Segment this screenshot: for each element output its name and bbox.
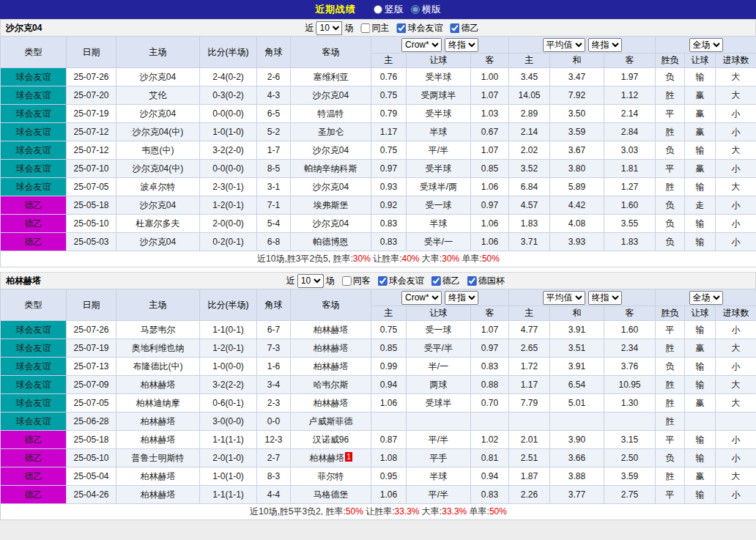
corner-count: 3-1 xyxy=(257,178,291,196)
corner-count: 3-4 xyxy=(257,376,291,394)
match-score: 0-0(0-0) xyxy=(200,105,257,123)
filter-checkbox[interactable]: 德乙 xyxy=(431,275,460,287)
red-card-badge: 1 xyxy=(345,452,352,462)
avg-draw-odds: 4.08 xyxy=(550,215,604,233)
average-select[interactable]: 平均值 xyxy=(543,38,585,52)
summary-segment: 近10场,胜5平3负2, 胜率: xyxy=(250,506,346,517)
odds-period-select[interactable]: 终指 xyxy=(445,38,478,52)
match-score: 3-0(0-0) xyxy=(200,413,257,431)
league-badge: 德乙 xyxy=(1,431,67,449)
match-result: 胜 xyxy=(656,339,685,358)
match-result: 胜 xyxy=(656,467,685,486)
league-badge: 球会友谊 xyxy=(1,141,67,160)
handicap-line: 受一球 xyxy=(407,196,471,215)
handicap-line: 受半球 xyxy=(407,105,471,123)
bookmaker-select[interactable]: Crow* xyxy=(401,291,442,305)
checkbox-input[interactable] xyxy=(342,276,352,286)
match-count-select[interactable]: 10 xyxy=(297,274,324,288)
corner-count: 6-5 xyxy=(257,105,291,123)
away-team: 圣加仑 xyxy=(291,123,371,141)
avg-away-odds: 1.60 xyxy=(604,196,656,215)
avg-draw-odds: 3.90 xyxy=(550,431,604,449)
handicap-line: 受两球半 xyxy=(407,86,471,105)
filter-checkbox[interactable]: 球会友谊 xyxy=(396,22,442,34)
handicap-result xyxy=(685,413,716,431)
avg-away-odds: 2.84 xyxy=(604,123,656,141)
match-row: 球会友谊25-07-26沙尔克042-4(0-2)2-6塞维利亚0.76受半球1… xyxy=(1,68,756,86)
checkbox-input[interactable] xyxy=(450,23,459,33)
league-badge: 德乙 xyxy=(1,449,67,467)
away-team: 埃弗斯堡 xyxy=(291,196,371,215)
away-team: 马格德堡 xyxy=(291,486,371,504)
home-team: 波卓尔特 xyxy=(116,178,200,196)
handicap-result: 赢 xyxy=(685,105,716,123)
filter-checkbox[interactable]: 同客 xyxy=(342,275,371,287)
league-badge: 德乙 xyxy=(1,233,67,251)
average-period-select[interactable]: 终指 xyxy=(588,38,622,52)
page-title: 近期战绩 xyxy=(315,3,356,16)
checkbox-input[interactable] xyxy=(378,276,388,286)
scope-select[interactable]: 全场 xyxy=(689,38,723,52)
match-row: 德乙25-05-03沙尔克040-2(0-1)6-8帕德博恩0.83受半/一1.… xyxy=(1,233,756,251)
match-date: 25-07-19 xyxy=(67,339,116,358)
summary-segment: 大率: xyxy=(420,506,442,517)
match-score: 1-0(1-0) xyxy=(200,123,257,141)
checkbox-input[interactable] xyxy=(360,23,370,33)
corner-count: 0-0 xyxy=(257,413,291,431)
league-badge: 球会友谊 xyxy=(1,123,67,141)
league-badge: 球会友谊 xyxy=(1,394,67,413)
match-row: 球会友谊25-07-20艾伦0-3(0-2)4-3沙尔克040.75受两球半1.… xyxy=(1,86,756,105)
layout-option-vertical[interactable]: 竖版 xyxy=(374,3,404,16)
column-header: 角球 xyxy=(257,37,291,68)
avg-draw-odds: 3.51 xyxy=(550,339,604,358)
match-result: 平 xyxy=(656,105,685,123)
handicap-line: 半球 xyxy=(407,123,471,141)
filter-checkbox[interactable]: 德国杯 xyxy=(467,275,505,287)
goals-result: 小 xyxy=(716,358,756,376)
match-result: 平 xyxy=(656,431,685,449)
handicap-result: 赢 xyxy=(685,394,716,413)
bookmaker-select[interactable]: Crow* xyxy=(401,38,442,52)
avg-home-odds: 6.84 xyxy=(509,178,550,196)
away-team: 柏林赫塔 xyxy=(291,394,371,413)
handicap-line: 平/半 xyxy=(407,431,471,449)
checkbox-input[interactable] xyxy=(396,23,406,33)
stats-summary: 近10场,胜5平3负2, 胜率:50% 让胜率:33.3% 大率:33.3% 单… xyxy=(1,504,756,520)
filter-checkbox[interactable]: 同主 xyxy=(360,22,389,34)
league-badge: 德乙 xyxy=(1,196,67,215)
league-badge: 球会友谊 xyxy=(1,413,67,431)
vertical-radio[interactable] xyxy=(374,5,382,14)
match-row: 德乙25-04-26柏林赫塔1-1(1-1)4-4马格德堡1.06平/半0.83… xyxy=(1,486,756,504)
match-row: 球会友谊25-07-10沙尔克04(中)0-0(0-0)8-5帕纳辛纳科斯0.9… xyxy=(1,160,756,178)
handicap-home-odds: 0.94 xyxy=(371,376,407,394)
layout-option-horizontal[interactable]: 横版 xyxy=(411,3,441,16)
handicap-away-odds: 1.06 xyxy=(471,233,509,251)
match-date: 25-05-18 xyxy=(67,196,116,215)
filter-checkbox[interactable]: 球会友谊 xyxy=(378,275,424,287)
avg-draw-odds: 3.91 xyxy=(550,358,604,376)
home-team: 奥地利维也纳 xyxy=(116,339,200,358)
match-date: 25-07-26 xyxy=(67,68,116,86)
column-header: 胜负 xyxy=(656,306,685,321)
goals-result: 大 xyxy=(716,339,756,358)
handicap-line: 半球 xyxy=(407,215,471,233)
match-row: 球会友谊25-07-05柏林迪纳摩0-6(0-1)2-3柏林赫塔1.06受球半0… xyxy=(1,394,756,413)
filter-checkbox[interactable]: 德乙 xyxy=(450,22,478,34)
scope-select[interactable]: 全场 xyxy=(689,291,723,305)
goals-result: 大 xyxy=(716,376,756,394)
home-team: 柏林赫塔 xyxy=(116,431,200,449)
handicap-home-odds xyxy=(371,413,407,431)
average-select[interactable]: 平均值 xyxy=(543,291,585,305)
average-period-select[interactable]: 终指 xyxy=(588,291,622,305)
league-badge: 德乙 xyxy=(1,215,67,233)
avg-home-odds: 2.02 xyxy=(509,141,550,160)
odds-period-select[interactable]: 终指 xyxy=(445,291,478,305)
home-team: 杜塞尔多夫 xyxy=(116,215,200,233)
horizontal-radio[interactable] xyxy=(411,5,420,14)
summary-segment: 33.3% xyxy=(395,506,420,517)
checkbox-input[interactable] xyxy=(467,276,477,286)
avg-away-odds: 1.30 xyxy=(604,394,656,413)
checkbox-input[interactable] xyxy=(431,276,441,286)
handicap-home-odds: 1.06 xyxy=(371,486,407,504)
match-count-select[interactable]: 10 xyxy=(316,21,342,35)
